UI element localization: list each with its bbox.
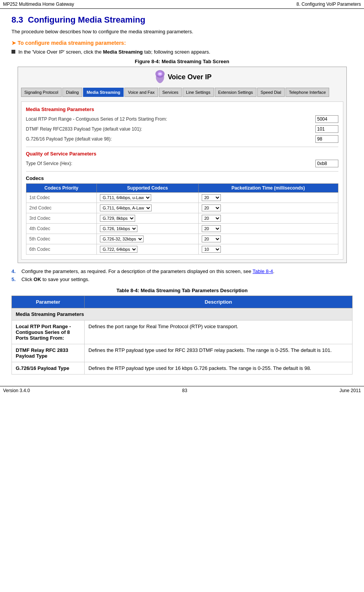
param-input[interactable] xyxy=(315,160,338,167)
table-param-name: Local RTP Port Range - Contiguous Series… xyxy=(12,321,85,344)
desc-col-header: Parameter xyxy=(12,296,85,308)
codecs-label: Codecs xyxy=(26,175,338,181)
codecs-row: 2nd Codec G.711, 64kbps, A-Law 20 xyxy=(26,203,338,213)
section-row-label: Media Streaming Parameters xyxy=(12,308,353,321)
qos-params-label: Quality of Service Parameters xyxy=(26,151,338,157)
codec-pkt-time: 20 xyxy=(198,234,338,244)
tab-extension-settings[interactable]: Extension Settings xyxy=(215,88,256,97)
codec-select[interactable]: G.711, 64kbps, u-Law xyxy=(100,194,151,201)
param-label: Local RTP Port Range - Contiguous Series… xyxy=(26,116,315,122)
section-number: 8.3 xyxy=(11,15,23,25)
voip-title: Voice Over IP xyxy=(168,73,212,81)
pkt-time-select[interactable]: 20 xyxy=(202,225,221,232)
desc-col-header: Description xyxy=(85,296,353,308)
step-item: 5.Click OK to save your settings. xyxy=(11,276,353,282)
pkt-time-select[interactable]: 20 xyxy=(202,194,221,201)
tab-speed-dial[interactable]: Speed Dial xyxy=(257,88,285,97)
voip-box: Voice Over IP Signaling ProtocolDialingM… xyxy=(18,67,347,263)
figure-title: Figure 8-4: Media Streaming Tab Screen xyxy=(11,59,353,64)
codec-pkt-time: 20 xyxy=(198,193,338,203)
codec-priority: 1st Codec xyxy=(26,193,97,203)
desc-table-row: Local RTP Port Range - Contiguous Series… xyxy=(12,321,353,344)
step-item: 4.Configure the parameters, as required.… xyxy=(11,268,353,274)
param-label: Type Of Service (Hex): xyxy=(26,161,315,166)
codec-priority: 5th Codec xyxy=(26,234,97,244)
step-number: 4. xyxy=(11,268,18,274)
tabs-bar: Signaling ProtocolDialingMedia Streaming… xyxy=(21,88,343,97)
params-area: Media Streaming Parameters Local RTP Por… xyxy=(21,101,343,260)
table-param-name: DTMF Relay RFC 2833 Payload Type xyxy=(12,344,85,362)
param-input[interactable] xyxy=(315,135,338,143)
codec-select[interactable]: G.729, 8kbps xyxy=(100,215,135,222)
tab-services[interactable]: Services xyxy=(159,88,182,97)
intro-text: The procedure below describes how to con… xyxy=(11,29,353,34)
codec-supported: G.711, 64kbps, u-Law xyxy=(97,193,199,203)
procedure-step-1: In the 'Voice Over IP' screen, click the… xyxy=(11,49,353,55)
media-params-label: Media Streaming Parameters xyxy=(26,106,338,112)
doc-header: MP252 Multimedia Home Gateway 8. Configu… xyxy=(0,0,364,9)
codec-pkt-time: 20 xyxy=(198,224,338,234)
step1-text: In the 'Voice Over IP' screen, click the… xyxy=(18,49,210,55)
codecs-row: 3rd Codec G.729, 8kbps 20 xyxy=(26,213,338,224)
pkt-time-select[interactable]: 20 xyxy=(202,215,221,222)
media-param-row: DTMF Relay RFC2833 Payload Type (default… xyxy=(26,125,338,133)
codec-priority: 2nd Codec xyxy=(26,203,97,213)
step-text: Configure the parameters, as required. F… xyxy=(21,268,274,274)
codec-supported: G.722, 64kbps xyxy=(97,244,199,255)
footer-page: 83 xyxy=(182,388,187,393)
desc-table-row: G.726/16 Payload Type Defines the RTP pa… xyxy=(12,362,353,374)
svg-rect-2 xyxy=(158,73,162,75)
codec-pkt-time: 20 xyxy=(198,203,338,213)
tab-media-streaming[interactable]: Media Streaming xyxy=(83,88,124,97)
voip-header: Voice Over IP xyxy=(21,70,343,84)
codec-priority: 3rd Codec xyxy=(26,213,97,224)
codecs-col-header: Supported Codecs xyxy=(97,184,199,193)
pkt-time-select[interactable]: 10 xyxy=(202,246,221,253)
step-number: 5. xyxy=(11,276,18,282)
qos-param-row: Type Of Service (Hex): xyxy=(26,160,338,167)
steps-after-figure: 4.Configure the parameters, as required.… xyxy=(11,268,353,282)
media-param-row: G.726/16 Payload Type (default value 98)… xyxy=(26,135,338,143)
codecs-row: 1st Codec G.711, 64kbps, u-Law 20 xyxy=(26,193,338,203)
table-title: Table 8-4: Media Streaming Tab Parameter… xyxy=(11,288,353,293)
header-right: 8. Configuring VoIP Parameters xyxy=(296,2,361,7)
tab-signaling-protocol[interactable]: Signaling Protocol xyxy=(21,88,62,97)
codec-select[interactable]: G.722, 64kbps xyxy=(100,246,137,253)
codec-select[interactable]: G.726, 16kbps xyxy=(100,225,137,232)
description-table: ParameterDescription Media Streaming Par… xyxy=(11,296,353,374)
footer-version: Version 3.4.0 xyxy=(3,388,30,393)
footer-date: June 2011 xyxy=(340,388,361,393)
desc-table-row: DTMF Relay RFC 2833 Payload Type Defines… xyxy=(12,344,353,362)
codec-select[interactable]: G.711, 64kbps, A-Law xyxy=(100,204,152,211)
voip-icon xyxy=(152,70,168,84)
tab-telephone-interface[interactable]: Telephone Interface xyxy=(286,88,330,97)
codecs-col-header: Codecs Priority xyxy=(26,184,97,193)
table-param-desc: Defines the RTP payload type used for RF… xyxy=(85,344,353,362)
pkt-time-select[interactable]: 20 xyxy=(202,235,221,242)
procedure-heading: ➤ To configure media streaming parameter… xyxy=(11,40,353,46)
param-input[interactable] xyxy=(315,115,338,123)
param-label: G.726/16 Payload Type (default value 98)… xyxy=(26,136,315,142)
tab-dialing[interactable]: Dialing xyxy=(62,88,82,97)
codecs-col-header: Packetization Time (milliseconds) xyxy=(198,184,338,193)
param-input[interactable] xyxy=(315,125,338,133)
table-param-desc: Defines the RTP payload type used for 16… xyxy=(85,362,353,374)
codec-supported: G.729, 8kbps xyxy=(97,213,199,224)
pkt-time-select[interactable]: 20 xyxy=(202,204,221,211)
codecs-row: 6th Codec G.722, 64kbps 10 xyxy=(26,244,338,255)
table-param-desc: Defines the port range for Real Time Pro… xyxy=(85,321,353,344)
section-title: 8.3 Configuring Media Streaming xyxy=(11,15,353,25)
codec-select[interactable]: G.726-32, 32kbps xyxy=(100,235,144,242)
codecs-table: Codecs PrioritySupported CodecsPacketiza… xyxy=(26,183,338,255)
codec-supported: G.726-32, 32kbps xyxy=(97,234,199,244)
header-left: MP252 Multimedia Home Gateway xyxy=(3,2,74,7)
page-content: 8.3 Configuring Media Streaming The proc… xyxy=(0,11,364,382)
codec-supported: G.711, 64kbps, A-Law xyxy=(97,203,199,213)
codec-pkt-time: 20 xyxy=(198,213,338,224)
param-label: DTMF Relay RFC2833 Payload Type (default… xyxy=(26,126,315,132)
tab-voice-and-fax[interactable]: Voice and Fax xyxy=(124,88,158,97)
tab-line-settings[interactable]: Line Settings xyxy=(183,88,214,97)
desc-section-row: Media Streaming Parameters xyxy=(12,308,353,321)
table-param-name: G.726/16 Payload Type xyxy=(12,362,85,374)
step-link[interactable]: Table 8-4 xyxy=(253,268,273,274)
